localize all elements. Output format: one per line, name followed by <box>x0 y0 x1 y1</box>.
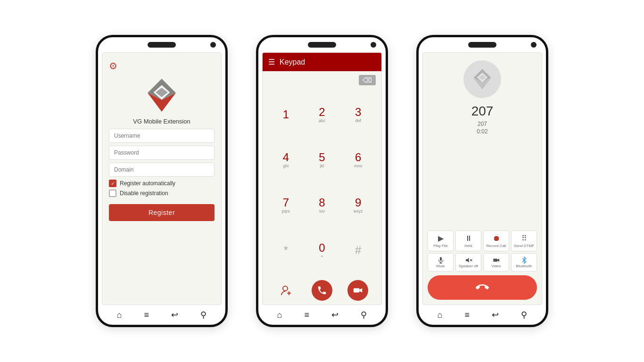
backspace-button[interactable]: ⌫ <box>359 75 376 85</box>
video-call-button[interactable] <box>347 280 368 301</box>
key-6[interactable]: 6mno <box>340 138 376 182</box>
dtmf-label: Send DTMF <box>514 244 534 248</box>
back-nav-icon-3[interactable]: ↩ <box>492 310 499 320</box>
caller-name: 207 <box>471 104 494 119</box>
password-input[interactable] <box>109 146 215 160</box>
keypad-title: Keypad <box>280 58 305 66</box>
call-duration: 0:02 <box>477 128 487 135</box>
logo-area: VG Mobile Extension <box>133 76 190 125</box>
app-title: VG Mobile Extension <box>133 118 190 125</box>
video-call-icon <box>353 285 363 296</box>
phone-screen-incall: 207 207 0:02 ▶ Play File ⏸ Held ⏺ Record… <box>422 52 542 305</box>
phone-screen-keypad: ☰ Keypad ⌫ 1 2abc 3def 4ghi 5jkl 6mno 7p… <box>262 52 382 305</box>
bluetooth-icon <box>520 256 528 264</box>
hangup-button[interactable] <box>428 275 537 300</box>
key-star[interactable]: * <box>268 228 304 272</box>
held-icon: ⏸ <box>465 234 472 243</box>
svg-rect-8 <box>354 288 360 292</box>
key-5[interactable]: 5jkl <box>305 138 340 182</box>
disable-reg-checkbox[interactable] <box>109 189 116 197</box>
keypad-display: ⌫ <box>263 71 381 89</box>
send-dtmf-button[interactable]: ⠿ Send DTMF <box>511 230 537 251</box>
dtmf-icon: ⠿ <box>521 234 527 243</box>
speaker-icon <box>465 256 472 264</box>
auto-register-checkbox[interactable]: ✓ <box>109 180 116 187</box>
register-button[interactable]: Register <box>109 204 215 221</box>
keypad-grid: 1 2abc 3def 4ghi 5jkl 6mno 7pqrs 8tuv 9w… <box>263 89 381 276</box>
disable-reg-label: Disable registration <box>120 190 168 197</box>
phone-top-bar-3 <box>419 37 546 52</box>
auto-register-row[interactable]: ✓ Register automatically <box>109 180 215 187</box>
menu-nav-icon-3[interactable]: ≡ <box>465 310 470 320</box>
mute-button[interactable]: Mute <box>428 253 454 272</box>
back-nav-icon-2[interactable]: ↩ <box>331 310 339 320</box>
key-8[interactable]: 8tuv <box>305 183 340 228</box>
keypad-actions <box>263 276 381 304</box>
back-nav-icon[interactable]: ↩ <box>171 310 178 320</box>
held-label: Held <box>464 244 472 248</box>
svg-point-5 <box>283 286 288 291</box>
search-nav-icon[interactable]: ⚲ <box>200 310 206 320</box>
phone-speaker-2 <box>308 42 336 48</box>
bluetooth-button[interactable]: Bluetooth <box>511 253 537 272</box>
key-hash[interactable]: # <box>340 228 376 272</box>
video-icon <box>493 256 500 264</box>
domain-input[interactable] <box>109 163 215 177</box>
record-icon: ⏺ <box>493 234 500 243</box>
key-3[interactable]: 3def <box>340 93 376 137</box>
caller-avatar-logo <box>471 67 494 91</box>
keypad-header: ☰ Keypad <box>263 53 381 71</box>
phone-top-bar-1 <box>98 37 225 52</box>
video-label: Video <box>491 264 501 268</box>
menu-nav-icon[interactable]: ≡ <box>144 310 149 320</box>
phone-call-icon <box>317 285 327 296</box>
record-label: Record Call <box>487 244 506 248</box>
home-nav-icon-2[interactable]: ⌂ <box>277 310 282 320</box>
play-file-label: Play File <box>433 244 448 248</box>
phone-speaker-1 <box>148 42 176 48</box>
call-controls-grid: ▶ Play File ⏸ Held ⏺ Record Call ⠿ Send … <box>428 230 537 272</box>
key-9[interactable]: 9wxyz <box>340 183 376 228</box>
auto-register-label: Register automatically <box>120 180 175 187</box>
phone-top-bar-2 <box>258 37 386 52</box>
username-input[interactable] <box>109 129 215 143</box>
hamburger-icon[interactable]: ☰ <box>268 58 275 66</box>
key-2[interactable]: 2abc <box>305 93 340 137</box>
call-button[interactable] <box>312 280 332 301</box>
disable-reg-row[interactable]: Disable registration <box>109 189 215 197</box>
phone-camera-1 <box>210 42 216 48</box>
key-1[interactable]: 1 <box>268 93 304 137</box>
phone-screen-login: ⚙ VG Mobile Extension <box>102 52 222 305</box>
caller-number: 207 <box>478 121 487 127</box>
bluetooth-label: Bluetooth <box>516 264 532 268</box>
key-0[interactable]: 0+ <box>305 228 340 272</box>
play-file-icon: ▶ <box>438 234 444 243</box>
key-7[interactable]: 7pqrs <box>268 183 304 228</box>
settings-gear-icon[interactable]: ⚙ <box>109 60 117 72</box>
video-button[interactable]: Video <box>483 253 509 272</box>
home-nav-icon[interactable]: ⌂ <box>117 310 122 320</box>
search-nav-icon-3[interactable]: ⚲ <box>521 310 527 320</box>
mute-label: Mute <box>437 264 445 268</box>
phone-camera-3 <box>531 42 537 48</box>
search-nav-icon-2[interactable]: ⚲ <box>361 310 367 320</box>
mute-icon <box>437 256 445 264</box>
svg-marker-21 <box>497 259 499 262</box>
phones-container: ⚙ VG Mobile Extension <box>96 35 548 327</box>
check-icon: ✓ <box>111 181 115 186</box>
phone-camera-2 <box>371 42 376 48</box>
held-button[interactable]: ⏸ Held <box>455 230 481 251</box>
home-nav-icon-3[interactable]: ⌂ <box>438 310 443 320</box>
svg-rect-14 <box>440 257 442 261</box>
phone-speaker-3 <box>468 42 496 48</box>
phone-keypad: ☰ Keypad ⌫ 1 2abc 3def 4ghi 5jkl 6mno 7p… <box>256 35 388 327</box>
add-contact-button[interactable] <box>276 280 297 301</box>
speaker-button[interactable]: Speaker off <box>455 253 481 272</box>
login-screen: ⚙ VG Mobile Extension <box>102 53 221 304</box>
record-call-button[interactable]: ⏺ Record Call <box>483 230 509 251</box>
phone-bottom-bar-2: ⌂ ≡ ↩ ⚲ <box>258 305 386 325</box>
key-4[interactable]: 4ghi <box>268 138 304 182</box>
caller-avatar <box>463 60 501 98</box>
play-file-button[interactable]: ▶ Play File <box>428 230 454 251</box>
menu-nav-icon-2[interactable]: ≡ <box>305 310 310 320</box>
